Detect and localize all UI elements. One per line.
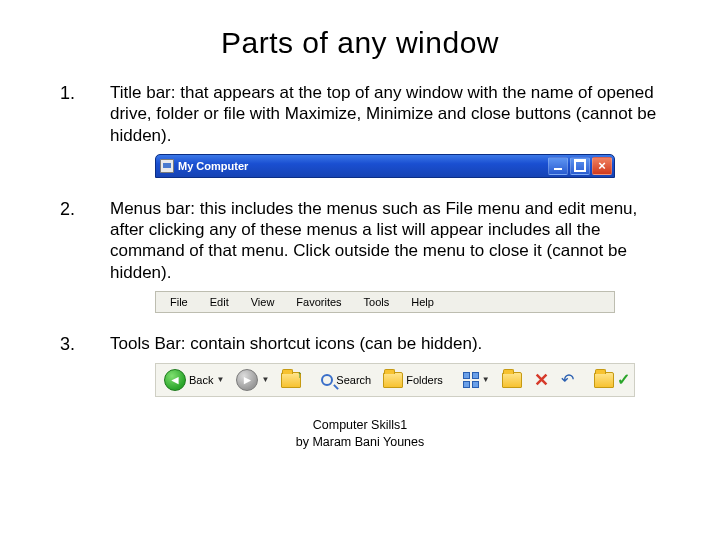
check-icon: ✓ — [617, 370, 630, 389]
item-text: Menus bar: this includes the menus such … — [110, 198, 660, 283]
back-label: Back — [189, 374, 213, 386]
menu-help[interactable]: Help — [401, 294, 444, 310]
folder-icon — [383, 372, 403, 388]
item-text: Title bar: that appears at the top of an… — [110, 82, 660, 146]
move-to-button[interactable] — [498, 370, 526, 390]
maximize-button[interactable] — [570, 157, 590, 175]
search-button[interactable]: Search — [317, 372, 375, 388]
forward-icon: ► — [236, 369, 258, 391]
minimize-button[interactable] — [548, 157, 568, 175]
slide-footer: Computer Skills1 by Maram Bani Younes — [60, 417, 660, 451]
folders-label: Folders — [406, 374, 443, 386]
menu-view[interactable]: View — [241, 294, 285, 310]
menu-edit[interactable]: Edit — [200, 294, 239, 310]
chevron-down-icon: ▼ — [482, 375, 490, 384]
menu-tools[interactable]: Tools — [354, 294, 400, 310]
item-number: 2. — [60, 198, 110, 283]
item-text: Tools Bar: contain shortcut icons (can b… — [110, 333, 660, 355]
window-icon — [160, 159, 174, 173]
delete-button[interactable]: ✕ — [530, 367, 553, 393]
list-item: 2. Menus bar: this includes the menus su… — [60, 198, 660, 283]
toolbar-example: ◄ Back ▼ ► ▼ ↑ Search Folders — [155, 363, 635, 397]
titlebar-caption: My Computer — [178, 160, 548, 172]
back-button[interactable]: ◄ Back ▼ — [160, 367, 228, 393]
folder-icon — [594, 372, 614, 388]
list-item: 1. Title bar: that appears at the top of… — [60, 82, 660, 146]
delete-icon: ✕ — [534, 369, 549, 391]
titlebar-example: My Computer — [155, 154, 615, 178]
close-button[interactable] — [592, 157, 612, 175]
folders-button[interactable]: Folders — [379, 370, 447, 390]
search-label: Search — [336, 374, 371, 386]
views-button[interactable]: ▼ — [459, 370, 494, 390]
up-button[interactable]: ↑ — [277, 370, 305, 390]
list-item: 3. Tools Bar: contain shortcut icons (ca… — [60, 333, 660, 355]
undo-button[interactable]: ↶ — [557, 368, 578, 391]
views-icon — [463, 372, 479, 388]
folder-icon — [502, 372, 522, 388]
folder-up-icon: ↑ — [281, 372, 301, 388]
forward-button[interactable]: ► ▼ — [232, 367, 273, 393]
undo-icon: ↶ — [561, 370, 574, 389]
back-icon: ◄ — [164, 369, 186, 391]
search-icon — [321, 374, 333, 386]
item-number: 1. — [60, 82, 110, 146]
menu-file[interactable]: File — [160, 294, 198, 310]
properties-button[interactable]: ✓ — [590, 368, 634, 391]
menu-favorites[interactable]: Favorites — [286, 294, 351, 310]
menubar-example: File Edit View Favorites Tools Help — [155, 291, 615, 313]
chevron-down-icon: ▼ — [216, 375, 224, 384]
slide-title: Parts of any window — [60, 26, 660, 60]
item-number: 3. — [60, 333, 110, 355]
chevron-down-icon: ▼ — [261, 375, 269, 384]
